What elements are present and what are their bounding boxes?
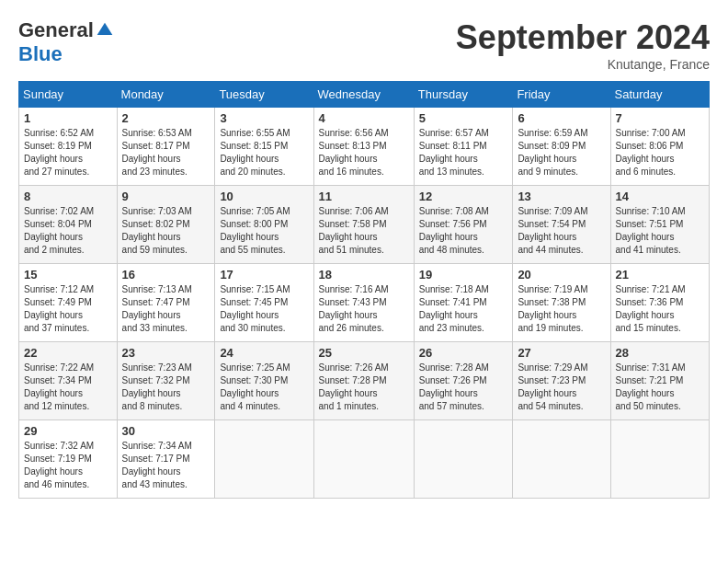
- col-thursday: Thursday: [414, 82, 513, 108]
- day-info: Sunrise: 7:15 AMSunset: 7:45 PMDaylight …: [220, 283, 308, 335]
- calendar-week-row: 8Sunrise: 7:02 AMSunset: 8:04 PMDaylight…: [19, 186, 710, 264]
- table-row: 16Sunrise: 7:13 AMSunset: 7:47 PMDayligh…: [117, 264, 215, 342]
- calendar-week-row: 29Sunrise: 7:32 AMSunset: 7:19 PMDayligh…: [19, 420, 710, 499]
- page-header: General Blue September 2024 Knutange, Fr…: [18, 18, 710, 72]
- logo-general: General: [18, 18, 94, 42]
- day-info: Sunrise: 7:03 AMSunset: 8:02 PMDaylight …: [122, 205, 210, 257]
- day-number: 16: [122, 268, 210, 282]
- day-number: 9: [122, 190, 210, 203]
- day-info: Sunrise: 6:52 AMSunset: 8:19 PMDaylight …: [24, 127, 112, 178]
- day-number: 11: [319, 190, 409, 203]
- calendar-table: Sunday Monday Tuesday Wednesday Thursday…: [18, 81, 710, 499]
- day-number: 7: [616, 111, 704, 125]
- calendar-header-row: Sunday Monday Tuesday Wednesday Thursday…: [19, 82, 710, 108]
- day-number: 29: [24, 424, 112, 438]
- table-row: 6Sunrise: 6:59 AMSunset: 8:09 PMDaylight…: [513, 108, 610, 186]
- day-info: Sunrise: 7:28 AMSunset: 7:26 PMDaylight …: [419, 362, 508, 413]
- day-number: 25: [319, 346, 409, 360]
- day-info: Sunrise: 7:29 AMSunset: 7:23 PMDaylight …: [518, 362, 605, 413]
- day-number: 5: [419, 111, 508, 125]
- day-info: Sunrise: 7:26 AMSunset: 7:28 PMDaylight …: [319, 362, 409, 413]
- day-number: 10: [220, 190, 308, 203]
- table-row: 18Sunrise: 7:16 AMSunset: 7:43 PMDayligh…: [313, 264, 414, 342]
- table-row: 28Sunrise: 7:31 AMSunset: 7:21 PMDayligh…: [610, 342, 709, 420]
- col-sunday: Sunday: [19, 82, 118, 108]
- day-number: 15: [24, 268, 112, 282]
- calendar-week-row: 15Sunrise: 7:12 AMSunset: 7:49 PMDayligh…: [19, 264, 710, 342]
- day-info: Sunrise: 6:56 AMSunset: 8:13 PMDaylight …: [319, 127, 409, 178]
- day-number: 18: [319, 268, 409, 282]
- table-row: 8Sunrise: 7:02 AMSunset: 8:04 PMDaylight…: [19, 186, 118, 264]
- day-number: 21: [616, 268, 704, 282]
- day-number: 28: [616, 346, 704, 360]
- empty-cell: [313, 420, 414, 499]
- table-row: 12Sunrise: 7:08 AMSunset: 7:56 PMDayligh…: [414, 186, 513, 264]
- table-row: 20Sunrise: 7:19 AMSunset: 7:38 PMDayligh…: [513, 264, 610, 342]
- col-friday: Friday: [513, 82, 610, 108]
- day-number: 23: [122, 346, 210, 360]
- table-row: 24Sunrise: 7:25 AMSunset: 7:30 PMDayligh…: [215, 342, 313, 420]
- empty-cell: [610, 420, 709, 499]
- table-row: 2Sunrise: 6:53 AMSunset: 8:17 PMDaylight…: [117, 108, 215, 186]
- day-info: Sunrise: 7:02 AMSunset: 8:04 PMDaylight …: [24, 205, 112, 257]
- title-section: September 2024 Knutange, France: [456, 18, 710, 72]
- location: Knutange, France: [456, 57, 710, 72]
- day-number: 1: [24, 111, 112, 125]
- table-row: 13Sunrise: 7:09 AMSunset: 7:54 PMDayligh…: [513, 186, 610, 264]
- day-number: 8: [24, 190, 112, 203]
- day-number: 27: [518, 346, 605, 360]
- col-monday: Monday: [117, 82, 215, 108]
- table-row: 11Sunrise: 7:06 AMSunset: 7:58 PMDayligh…: [313, 186, 414, 264]
- logo-icon: [96, 21, 114, 40]
- logo-blue: Blue: [18, 42, 63, 65]
- day-number: 30: [122, 424, 210, 438]
- table-row: 30Sunrise: 7:34 AMSunset: 7:17 PMDayligh…: [117, 420, 215, 499]
- day-info: Sunrise: 7:13 AMSunset: 7:47 PMDaylight …: [122, 283, 210, 335]
- day-number: 20: [518, 268, 605, 282]
- table-row: 25Sunrise: 7:26 AMSunset: 7:28 PMDayligh…: [313, 342, 414, 420]
- col-wednesday: Wednesday: [313, 82, 414, 108]
- day-number: 3: [220, 111, 308, 125]
- day-number: 24: [220, 346, 308, 360]
- calendar-week-row: 22Sunrise: 7:22 AMSunset: 7:34 PMDayligh…: [19, 342, 710, 420]
- day-number: 4: [319, 111, 409, 125]
- day-info: Sunrise: 7:21 AMSunset: 7:36 PMDaylight …: [616, 283, 704, 335]
- table-row: 9Sunrise: 7:03 AMSunset: 8:02 PMDaylight…: [117, 186, 215, 264]
- day-info: Sunrise: 7:32 AMSunset: 7:19 PMDaylight …: [24, 440, 112, 491]
- day-number: 13: [518, 190, 605, 203]
- table-row: 26Sunrise: 7:28 AMSunset: 7:26 PMDayligh…: [414, 342, 513, 420]
- table-row: 5Sunrise: 6:57 AMSunset: 8:11 PMDaylight…: [414, 108, 513, 186]
- day-number: 19: [419, 268, 508, 282]
- day-number: 26: [419, 346, 508, 360]
- day-info: Sunrise: 7:05 AMSunset: 8:00 PMDaylight …: [220, 205, 308, 257]
- table-row: 22Sunrise: 7:22 AMSunset: 7:34 PMDayligh…: [19, 342, 118, 420]
- logo: General Blue: [18, 18, 114, 66]
- day-info: Sunrise: 7:22 AMSunset: 7:34 PMDaylight …: [24, 362, 112, 413]
- svg-marker-0: [97, 23, 113, 35]
- day-number: 17: [220, 268, 308, 282]
- table-row: 14Sunrise: 7:10 AMSunset: 7:51 PMDayligh…: [610, 186, 709, 264]
- col-tuesday: Tuesday: [215, 82, 313, 108]
- table-row: 7Sunrise: 7:00 AMSunset: 8:06 PMDaylight…: [610, 108, 709, 186]
- empty-cell: [215, 420, 313, 499]
- day-info: Sunrise: 7:31 AMSunset: 7:21 PMDaylight …: [616, 362, 704, 413]
- day-info: Sunrise: 7:34 AMSunset: 7:17 PMDaylight …: [122, 440, 210, 491]
- day-number: 2: [122, 111, 210, 125]
- day-info: Sunrise: 7:09 AMSunset: 7:54 PMDaylight …: [518, 205, 605, 257]
- day-info: Sunrise: 7:23 AMSunset: 7:32 PMDaylight …: [122, 362, 210, 413]
- day-info: Sunrise: 7:19 AMSunset: 7:38 PMDaylight …: [518, 283, 605, 335]
- table-row: 27Sunrise: 7:29 AMSunset: 7:23 PMDayligh…: [513, 342, 610, 420]
- table-row: 1Sunrise: 6:52 AMSunset: 8:19 PMDaylight…: [19, 108, 118, 186]
- month-title: September 2024: [456, 18, 710, 57]
- day-info: Sunrise: 7:25 AMSunset: 7:30 PMDaylight …: [220, 362, 308, 413]
- table-row: 10Sunrise: 7:05 AMSunset: 8:00 PMDayligh…: [215, 186, 313, 264]
- table-row: 21Sunrise: 7:21 AMSunset: 7:36 PMDayligh…: [610, 264, 709, 342]
- calendar-week-row: 1Sunrise: 6:52 AMSunset: 8:19 PMDaylight…: [19, 108, 710, 186]
- day-info: Sunrise: 7:00 AMSunset: 8:06 PMDaylight …: [616, 127, 704, 178]
- table-row: 19Sunrise: 7:18 AMSunset: 7:41 PMDayligh…: [414, 264, 513, 342]
- day-info: Sunrise: 6:53 AMSunset: 8:17 PMDaylight …: [122, 127, 210, 178]
- day-info: Sunrise: 7:08 AMSunset: 7:56 PMDaylight …: [419, 205, 508, 257]
- day-info: Sunrise: 6:59 AMSunset: 8:09 PMDaylight …: [518, 127, 605, 178]
- table-row: 15Sunrise: 7:12 AMSunset: 7:49 PMDayligh…: [19, 264, 118, 342]
- day-info: Sunrise: 7:16 AMSunset: 7:43 PMDaylight …: [319, 283, 409, 335]
